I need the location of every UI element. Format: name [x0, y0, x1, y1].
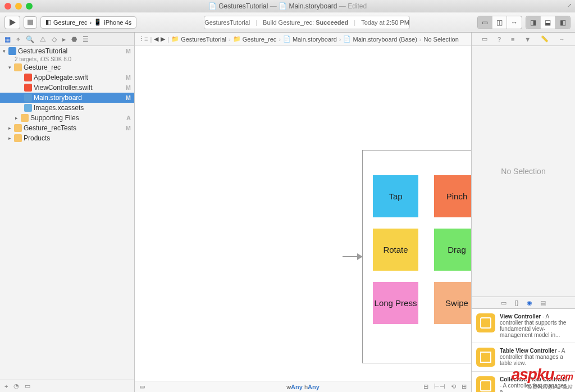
identity-icon[interactable]: ≡ [511, 36, 514, 43]
library-item[interactable]: View Controller - A controller that supp… [472, 309, 575, 343]
resolve-icon[interactable]: ⟲ [451, 383, 456, 390]
scheme-selector[interactable]: ◧ Gesture_rec › 📱 iPhone 4s [40, 16, 136, 29]
symbol-nav-icon[interactable]: ⌖ [16, 35, 20, 43]
forward-icon[interactable]: ▶ [161, 35, 165, 43]
filter-recent-icon[interactable]: ◔ [13, 382, 19, 390]
panel-right-button[interactable]: ◧ [555, 16, 570, 29]
resize-icon[interactable]: ⊞ [462, 383, 467, 390]
tile-drag[interactable]: Drag [434, 229, 471, 271]
inspector-tabs[interactable]: ▭ ? ≡ ▼ 📏 → [472, 33, 575, 46]
filter-scm-icon[interactable]: ▭ [25, 382, 30, 390]
panel-bottom-button[interactable]: ⬓ [541, 16, 555, 29]
panel-left-button[interactable]: ◨ [526, 16, 541, 29]
related-items-icon[interactable]: ⋮≡ [138, 35, 148, 43]
back-icon[interactable]: ◀ [154, 35, 158, 43]
jump-bar[interactable]: ⋮≡ | ◀ ▶ | 📁 GesturesTutorial› 📁 Gesture… [135, 33, 471, 46]
activity-status: GesturesTutorial| Build Gesture_rec: Suc… [204, 16, 410, 29]
tile-rotate[interactable]: Rotate [373, 229, 418, 271]
watermark: aspku.com 免费网站源码下载站 [512, 366, 573, 391]
object-library-icon[interactable]: ◉ [527, 299, 532, 307]
group-folder[interactable]: ▸Gesture_recTestsM [0, 123, 134, 133]
canvas-footer: ▭ wAny hAny ⊟ ⊢⊣ ⟲ ⊞ [135, 381, 471, 392]
file-row[interactable]: Images.xcassets [0, 103, 134, 113]
tile-swipe[interactable]: Swipe [434, 282, 471, 324]
editor-version-button[interactable]: ↔ [507, 16, 522, 29]
zoom-icon[interactable] [26, 3, 33, 10]
tvc-thumb-icon [476, 348, 495, 367]
debug-nav-icon[interactable]: ▸ [62, 35, 66, 43]
group-folder[interactable]: ▸Products [0, 133, 134, 143]
breadcrumb[interactable]: 📁 GesturesTutorial [171, 35, 226, 43]
view-controller-canvas[interactable]: Tap Pinch Rotate Drag Long Press Swipe [362, 150, 471, 363]
file-template-icon[interactable]: ▭ [501, 299, 506, 307]
device-icon: 📱 [94, 19, 102, 26]
breadcrumb[interactable]: No Selection [423, 36, 458, 43]
file-tree[interactable]: ▾ GesturesTutorialM 2 targets, iOS SDK 8… [0, 46, 134, 380]
stop-button[interactable] [24, 16, 37, 29]
file-row-selected[interactable]: Main.storyboardM [0, 93, 134, 103]
tile-longpress[interactable]: Long Press [373, 282, 418, 324]
fullscreen-icon[interactable]: ⤢ [567, 2, 572, 8]
find-nav-icon[interactable]: 🔍 [26, 35, 34, 43]
breadcrumb[interactable]: 📁 Gesture_rec [233, 35, 277, 43]
file-row[interactable]: ViewController.swiftM [0, 83, 134, 93]
size-icon[interactable]: 📏 [541, 35, 549, 43]
align-icon[interactable]: ⊟ [423, 383, 428, 390]
cvc-thumb-icon [476, 376, 495, 392]
target-icon: ◧ [45, 19, 51, 26]
toolbar: ◧ Gesture_rec › 📱 iPhone 4s GesturesTuto… [0, 12, 575, 33]
navigator-footer[interactable]: + ◔ ▭ [0, 380, 134, 392]
navigator-tabs[interactable]: ▦ ⌖ 🔍 ⚠ ◇ ▸ ⬣ ☰ [0, 33, 134, 46]
breadcrumb[interactable]: 📄 Main.storyboard [283, 35, 337, 43]
editor-standard-button[interactable]: ▭ [478, 16, 492, 29]
group-folder[interactable]: ▾ Gesture_rec [0, 62, 134, 72]
project-root[interactable]: ▾ GesturesTutorialM [0, 46, 134, 56]
window-title: 📄 GesturesTutorial — 📄 Main.storyboard —… [0, 2, 575, 10]
initial-vc-arrow[interactable] [343, 256, 362, 257]
breakpoint-nav-icon[interactable]: ⬣ [71, 35, 77, 43]
quickhelp-icon[interactable]: ? [498, 36, 501, 43]
connections-icon[interactable]: → [559, 36, 565, 43]
outline-toggle-icon[interactable]: ▭ [139, 383, 145, 390]
inspector-empty: No Selection [472, 46, 575, 297]
tile-tap[interactable]: Tap [373, 175, 418, 217]
ib-canvas[interactable]: Tap Pinch Rotate Drag Long Press Swipe [135, 46, 471, 381]
tile-pinch[interactable]: Pinch [434, 175, 471, 217]
file-row[interactable]: AppDelegate.swiftM [0, 72, 134, 83]
titlebar: 📄 GesturesTutorial — 📄 Main.storyboard —… [0, 0, 575, 12]
size-class-control[interactable]: wAny hAny [135, 384, 471, 390]
vc-thumb-icon [476, 313, 495, 332]
project-subtitle: 2 targets, iOS SDK 8.0 [0, 56, 134, 62]
breadcrumb[interactable]: 📄 Main.storyboard (Base) [343, 35, 417, 43]
svg-marker-0 [10, 19, 16, 26]
code-snippet-icon[interactable]: {} [514, 299, 518, 306]
media-library-icon[interactable]: ▤ [540, 299, 546, 307]
pin-icon[interactable]: ⊢⊣ [434, 383, 445, 390]
add-icon[interactable]: + [4, 383, 8, 390]
file-row[interactable]: ▸Supporting FilesA [0, 113, 134, 123]
editor-area: ⋮≡ | ◀ ▶ | 📁 GesturesTutorial› 📁 Gesture… [135, 33, 471, 392]
report-nav-icon[interactable]: ☰ [83, 35, 89, 43]
project-nav-icon[interactable]: ▦ [4, 35, 11, 43]
navigator-panel: ▦ ⌖ 🔍 ⚠ ◇ ▸ ⬣ ☰ ▾ GesturesTutorialM 2 ta… [0, 33, 135, 392]
inspector-panel: ▭ ? ≡ ▼ 📏 → No Selection ▭ {} ◉ ▤ View C… [471, 33, 575, 392]
minimize-icon[interactable] [15, 3, 22, 10]
test-nav-icon[interactable]: ◇ [52, 35, 57, 43]
attributes-icon[interactable]: ▼ [524, 36, 531, 43]
file-inspector-icon[interactable]: ▭ [482, 35, 487, 43]
close-icon[interactable] [4, 3, 11, 10]
issue-nav-icon[interactable]: ⚠ [40, 35, 46, 43]
editor-assistant-button[interactable]: ◫ [492, 16, 507, 29]
run-button[interactable] [5, 16, 20, 29]
library-tabs[interactable]: ▭ {} ◉ ▤ [472, 297, 575, 309]
